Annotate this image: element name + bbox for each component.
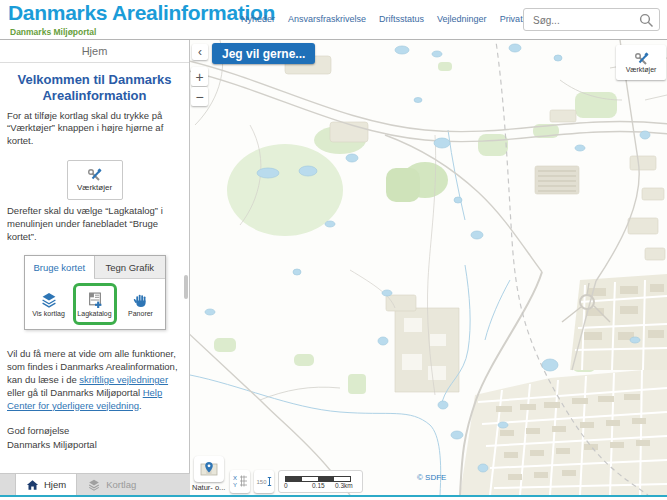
- search-icon[interactable]: [638, 12, 655, 29]
- basemap-button[interactable]: [194, 456, 224, 482]
- nav-ansvarsfraskrivelse[interactable]: Ansvarsfraskrivelse: [288, 14, 366, 24]
- search-input[interactable]: [531, 11, 640, 30]
- svg-text:Y: Y: [233, 482, 237, 488]
- app-subtitle: Danmarks Miljøportal: [10, 27, 96, 37]
- map-container: ‹ Jeg vil gerne... + − Værktøjer Natur- …: [190, 40, 667, 495]
- wrench-icon: [87, 168, 102, 182]
- sidebar: Hjem Velkommen til Danmarks Arealinforma…: [0, 40, 190, 495]
- sidebar-tools-button[interactable]: Værktøjer: [67, 160, 123, 200]
- pan-hand-icon: [132, 292, 150, 308]
- tab-bruge-kortet[interactable]: Bruge kortet: [25, 256, 95, 279]
- app-title: Danmarks Arealinformation: [8, 1, 275, 25]
- link-skriftlige-vejledninger[interactable]: skriftlige vejledninger: [79, 374, 168, 385]
- map-canvas[interactable]: [190, 40, 667, 495]
- sidebar-collapse-button[interactable]: ‹: [192, 44, 208, 60]
- lagkatalog-label: Lagkatalog: [77, 310, 111, 317]
- tab-tegn-grafik[interactable]: Tegn Grafik: [94, 256, 165, 278]
- vis-kortlag-button[interactable]: Vis kortlag: [27, 283, 71, 325]
- plus-icon: +: [195, 69, 203, 85]
- sidebar-bottom-tabs: Hjem Kortlag: [0, 473, 190, 495]
- coordinates-button[interactable]: X Y: [230, 470, 250, 493]
- scale-bar: 0 0.15 0.3km: [278, 470, 363, 493]
- panorer-button[interactable]: Panorer: [119, 283, 163, 325]
- bottom-tab-hjem[interactable]: Hjem: [15, 474, 77, 495]
- layers-icon-grey: [87, 479, 101, 491]
- lagkatalog-button-highlighted[interactable]: Lagkatalog: [73, 283, 117, 325]
- header-nav: Nyheder Ansvarsfraskrivelse Driftsstatus…: [241, 0, 559, 38]
- nav-driftsstatus[interactable]: Driftsstatus: [379, 14, 424, 24]
- basemap-label: Natur- o...: [192, 483, 225, 492]
- more-info-text-3: .: [139, 400, 142, 411]
- sidebar-scrollbar[interactable]: [184, 275, 188, 299]
- svg-text:X: X: [233, 475, 237, 481]
- scale-ratio-button[interactable]: 150: [254, 470, 274, 493]
- ribbon-tab-row: Bruge kortet Tegn Grafik: [25, 256, 165, 279]
- map-tools-label: Værktøjer: [626, 66, 657, 73]
- sidebar-panel-title: Hjem: [0, 40, 189, 63]
- more-info-paragraph: Vil du få mere at vide om alle funktione…: [7, 348, 182, 412]
- basemap-pin-icon: [199, 459, 219, 479]
- bottom-tab-kortlag[interactable]: Kortlag: [77, 474, 146, 495]
- app-window: Danmarks Arealinformation Danmarks Miljø…: [0, 0, 667, 500]
- nav-nyheder[interactable]: Nyheder: [241, 14, 275, 24]
- nav-vejledninger[interactable]: Vejledninger: [437, 14, 487, 24]
- i-want-to-button[interactable]: Jeg vil gerne...: [212, 43, 315, 64]
- bottom-accent-line: [0, 495, 667, 497]
- more-info-text-2: eller gå til Danmarks Miljøportal: [7, 387, 143, 398]
- vis-kortlag-label: Vis kortlag: [32, 310, 65, 317]
- ribbon-buttons: Vis kortlag Lagkatalog: [25, 279, 165, 329]
- welcome-title: Velkommen til Danmarks Arealinformation: [8, 72, 181, 105]
- home-icon: [26, 479, 39, 491]
- wrench-icon-map: [634, 52, 649, 66]
- map-tools-button[interactable]: Værktøjer: [616, 45, 666, 80]
- ribbon-panel: Bruge kortet Tegn Grafik Vis kortlag: [24, 255, 166, 330]
- closing-line-2: Danmarks Miljøportal: [7, 438, 182, 451]
- scale-tick-0: 0: [284, 482, 288, 489]
- header: Danmarks Arealinformation Danmarks Miljø…: [0, 0, 667, 40]
- sidebar-content: Velkommen til Danmarks Arealinformation …: [0, 62, 189, 473]
- closing-line-1: God fornøjelse: [7, 424, 182, 437]
- scale-tick-max: 0.3km: [335, 482, 353, 489]
- svg-text:150: 150: [257, 479, 268, 485]
- chevron-left-icon: ‹: [198, 45, 202, 59]
- bottom-tab-hjem-label: Hjem: [44, 479, 66, 490]
- sidebar-tools-button-label: Værktøjer: [77, 183, 112, 192]
- minus-icon: −: [195, 89, 203, 105]
- closing-text: God fornøjelse Danmarks Miljøportal: [7, 424, 182, 451]
- scale-text-icon: 150: [256, 473, 272, 490]
- xy-coordinates-icon: X Y: [232, 473, 248, 490]
- intro-paragraph: For at tilføje kortlag skal du trykke på…: [7, 110, 182, 148]
- search-box: [523, 8, 660, 31]
- layer-catalog-icon: [86, 292, 104, 308]
- zoom-in-button[interactable]: +: [191, 67, 208, 86]
- bottom-tab-kortlag-label: Kortlag: [106, 479, 136, 490]
- panorer-label: Panorer: [128, 310, 153, 317]
- layers-icon: [40, 292, 58, 308]
- map-copyright: © SDFE: [417, 473, 446, 482]
- zoom-out-button[interactable]: −: [191, 87, 208, 106]
- instruction-paragraph: Derefter skal du vælge “Lagkatalog” i me…: [7, 205, 182, 243]
- scale-tick-mid: 0.15: [312, 482, 325, 489]
